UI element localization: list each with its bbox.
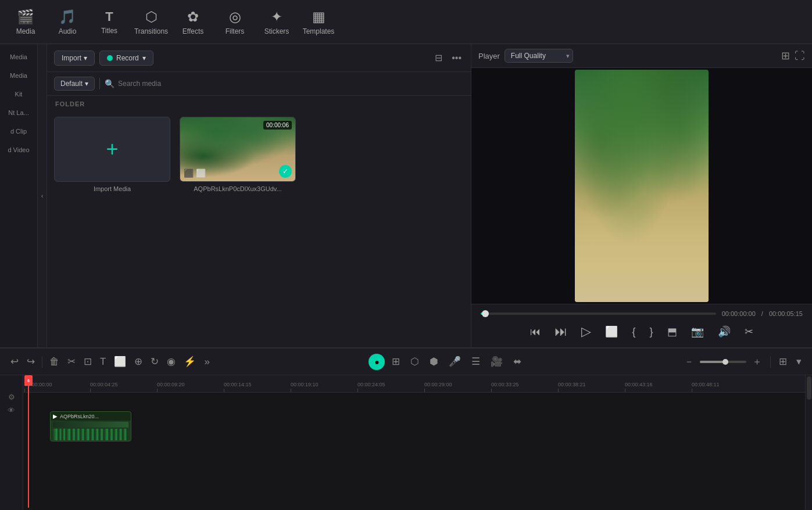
import-thumb[interactable]: + xyxy=(54,117,170,182)
video-track-row: ▶ AQPbRsLkn20... xyxy=(23,409,805,444)
text-button[interactable]: T xyxy=(96,354,109,370)
main-record-button[interactable]: ● xyxy=(369,354,385,370)
timeline-toolbar-left: ↩ ↪ 🗑 ✂ ⊡ T ⬜ ⊕ ↻ ◉ ⚡ » xyxy=(7,353,213,370)
search-icon: 🔍 xyxy=(105,79,115,88)
templates-icon: ▦ xyxy=(312,9,325,25)
sidebar-label4: Nt La... xyxy=(4,109,33,116)
quality-select[interactable]: Full Quality Half Quality Quarter Qualit… xyxy=(505,49,573,63)
split-button[interactable]: ⬜ xyxy=(110,353,130,370)
quality-dropdown-wrapper[interactable]: Full Quality Half Quality Quarter Qualit… xyxy=(505,49,573,63)
sidebar-item-ntla[interactable]: Nt La... xyxy=(2,105,35,121)
divider xyxy=(99,78,100,89)
sidebar-item-video[interactable]: d Video xyxy=(2,142,35,158)
video-clip[interactable]: ▶ AQPbRsLkn20... xyxy=(50,411,131,441)
more-tl-button[interactable]: » xyxy=(201,354,213,370)
chevron-down-icon2: ▾ xyxy=(142,54,146,62)
zoom-slider[interactable] xyxy=(700,361,746,363)
media-panel: Import ▾ Record ▾ ⊟ ••• Default ▾ 🔍 xyxy=(47,44,471,347)
video-thumb[interactable]: 00:00:06 ⬛ ⬜ ✓ xyxy=(180,117,296,182)
nav-item-stickers[interactable]: ✦ Stickers xyxy=(256,2,298,42)
screenshot-button[interactable]: 📷 xyxy=(689,323,706,340)
step-back-button[interactable]: ⏭ xyxy=(552,322,570,342)
timeline-shield-button[interactable]: ⬢ xyxy=(426,353,442,370)
nav-item-media[interactable]: 🎬 Media xyxy=(5,2,46,42)
play-button[interactable]: ▷ xyxy=(579,322,593,342)
timeline-mic-button[interactable]: 🎤 xyxy=(445,353,464,370)
chroma-button[interactable]: ◉ xyxy=(163,353,179,370)
nav-label-effects: Effects xyxy=(183,27,203,35)
nav-item-audio[interactable]: 🎵 Audio xyxy=(46,2,88,42)
more-options-button[interactable]: ••• xyxy=(449,51,464,66)
ai-button[interactable]: ⚡ xyxy=(180,353,199,370)
sidebar-collapse-button[interactable]: ‹ xyxy=(38,44,47,347)
track-settings-icon[interactable]: ⚙ xyxy=(8,393,15,401)
left-sidebar: Media Media Kit Nt La... d Clip d Video xyxy=(0,44,38,347)
chevron-left-icon: ‹ xyxy=(41,192,44,199)
default-sort-button[interactable]: Default ▾ xyxy=(54,77,95,91)
sidebar-item-media[interactable]: Media xyxy=(2,49,35,65)
ruler-mark-9: 00:00:43:16 xyxy=(625,382,653,392)
media-toolbar: Import ▾ Record ▾ ⊟ ••• xyxy=(47,44,471,72)
nav-item-effects[interactable]: ✿ Effects xyxy=(172,2,214,42)
nav-item-filters[interactable]: ◎ Filters xyxy=(214,2,256,42)
video-clip-visual xyxy=(53,422,128,428)
video-selected-checkmark: ✓ xyxy=(279,165,292,178)
sidebar-item-kit[interactable]: Kit xyxy=(2,86,35,102)
timeline-import-button[interactable]: ⬌ xyxy=(510,353,525,370)
nav-item-templates[interactable]: ▦ Templates xyxy=(298,2,339,42)
timeline-list-button[interactable]: ☰ xyxy=(468,353,484,370)
nav-item-transitions[interactable]: ⬡ Transitions xyxy=(130,2,172,42)
sidebar-item-media2[interactable]: Media xyxy=(2,67,35,84)
ruler-mark-3: 00:00:14:15 xyxy=(224,382,252,392)
sidebar-label2: Media xyxy=(4,72,33,79)
track-eye-icon[interactable]: 👁 xyxy=(8,406,15,415)
search-box: 🔍 xyxy=(105,79,464,88)
video-media-card[interactable]: 00:00:06 ⬛ ⬜ ✓ AQPbRsLknP0cDlXux3GUdv... xyxy=(180,117,296,192)
nav-label-audio: Audio xyxy=(59,27,77,35)
cut-button[interactable]: ✂ xyxy=(64,353,79,370)
volume-button[interactable]: 🔊 xyxy=(716,323,733,340)
skip-back-button[interactable]: ⏮ xyxy=(528,324,543,340)
delete-button[interactable]: 🗑 xyxy=(46,354,63,370)
playhead-number: 6 xyxy=(27,379,30,383)
timeline-section: ↩ ↪ 🗑 ✂ ⊡ T ⬜ ⊕ ↻ ◉ ⚡ » ● ⊞ ⬡ ⬢ 🎤 ☰ 🎥 ⬌ … xyxy=(0,347,812,510)
nav-item-titles[interactable]: T Titles xyxy=(88,2,130,42)
record-button[interactable]: Record ▾ xyxy=(99,51,153,66)
grid-view-icon[interactable]: ⊞ xyxy=(781,49,790,62)
scrollbar-thumb[interactable] xyxy=(807,376,811,400)
default-label: Default xyxy=(60,80,83,88)
zoom-in-button[interactable]: ＋ xyxy=(749,353,766,371)
timeline-lock-button[interactable]: ⬡ xyxy=(407,353,423,370)
stop-button[interactable]: ⬜ xyxy=(603,323,620,340)
nav-label-templates: Templates xyxy=(303,27,335,35)
timeline-expand-button[interactable]: ▾ xyxy=(793,353,805,370)
import-media-label: Import Media xyxy=(54,185,170,192)
time-separator: / xyxy=(761,310,763,317)
import-button[interactable]: Import ▾ xyxy=(54,51,95,66)
export-frame-button[interactable]: ⬒ xyxy=(665,323,679,340)
timeline-scrollbar[interactable] xyxy=(805,375,812,510)
titles-icon: T xyxy=(105,9,113,24)
crop-timeline-button[interactable]: ⊡ xyxy=(80,353,95,370)
crop-button[interactable]: ✂ xyxy=(742,323,756,340)
ruler-mark-4: 00:00:19:10 xyxy=(291,382,319,392)
nav-label-titles: Titles xyxy=(101,27,117,35)
filter-icon-button[interactable]: ⊟ xyxy=(432,50,445,66)
redo-button[interactable]: ↪ xyxy=(23,353,38,370)
player-video-area xyxy=(471,68,812,304)
ruler-mark-2: 00:00:09:20 xyxy=(157,382,185,392)
timeline-camera-button[interactable]: 🎥 xyxy=(487,353,506,370)
import-media-card[interactable]: + Import Media xyxy=(54,117,170,192)
fullscreen-icon[interactable]: ⛶ xyxy=(795,50,805,62)
speed-button[interactable]: ↻ xyxy=(147,353,162,370)
undo-button[interactable]: ↩ xyxy=(7,353,22,370)
progress-bar[interactable] xyxy=(481,313,716,315)
main-body: Media Media Kit Nt La... d Clip d Video … xyxy=(0,44,812,347)
search-input[interactable] xyxy=(118,80,464,88)
zoom-out-button[interactable]: － xyxy=(681,353,697,371)
sidebar-item-clip[interactable]: d Clip xyxy=(2,123,35,139)
video-card-label: AQPbRsLknP0cDlXux3GUdv... xyxy=(180,185,296,192)
grid-layout-button[interactable]: ⊞ xyxy=(775,353,790,370)
timeline-add-track-button[interactable]: ⊞ xyxy=(388,353,403,370)
motion-track-button[interactable]: ⊕ xyxy=(131,353,146,370)
